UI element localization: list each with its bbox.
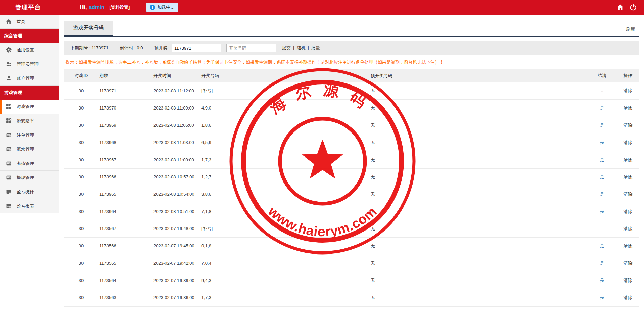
cell-action[interactable]: 清除 — [617, 117, 639, 134]
table-row: 3011739652023-02-08 10:54:003,8,6无是清除 — [64, 186, 639, 203]
users-icon — [6, 61, 12, 67]
cell-issue: 1173565 — [98, 255, 152, 272]
table-row: 3011739642023-02-08 10:51:007,1,8无是清除 — [64, 203, 639, 220]
cell-action[interactable]: 清除 — [617, 255, 639, 272]
power-icon[interactable] — [630, 4, 637, 11]
cell-action[interactable]: 清除 — [617, 186, 639, 203]
cell-settled[interactable]: 是 — [587, 272, 617, 289]
cell-settled[interactable]: 是 — [587, 168, 617, 186]
cell-action[interactable]: 清除 — [617, 220, 639, 237]
sidebar-item-3[interactable]: 管理员管理 — [0, 57, 59, 71]
sidebar-item-4[interactable]: 账户管理 — [0, 71, 59, 86]
sidebar-item-11[interactable]: 提现管理 — [0, 171, 59, 185]
cell-settled[interactable]: 是 — [587, 203, 617, 220]
cell-draw-time: 2023-02-08 10:51:00 — [152, 203, 200, 220]
cell-draw-number: 6,5,9 — [200, 134, 369, 151]
cell-settled[interactable]: 是 — [587, 237, 617, 255]
sidebar-item-9[interactable]: 流水管理 — [0, 142, 59, 156]
sidebar-item-label: 流水管理 — [17, 146, 34, 152]
table-row: 3011735652023-02-07 19:42:007,0,4无是清除 — [64, 255, 639, 272]
pre-draw-label: 预开奖: — [154, 45, 169, 51]
cell-settled: -- — [587, 82, 617, 99]
cell-pre-draw-number: 无 — [369, 99, 587, 117]
tab-game-draw-numbers[interactable]: 游戏开奖号码 — [64, 21, 113, 37]
pre-draw-input[interactable] — [172, 44, 221, 52]
cell-draw-time: 2023-02-07 19:39:00 — [152, 272, 200, 289]
gear-icon — [6, 47, 12, 53]
cell-pre-draw-number: 无 — [369, 151, 587, 168]
loading-button[interactable]: 加载中… — [146, 3, 178, 12]
sidebar-item-label: 游戏管理 — [4, 90, 22, 96]
cell-game-id: 30 — [64, 272, 98, 289]
sidebar-item-10[interactable]: 充值管理 — [0, 156, 59, 171]
cell-draw-time: 2023-02-07 19:36:00 — [152, 289, 200, 306]
cell-issue: 1173566 — [98, 237, 152, 255]
grid-icon — [6, 104, 12, 110]
refresh-link[interactable]: 刷新 — [626, 26, 639, 36]
sidebar-item-2[interactable]: 通用设置 — [0, 43, 59, 57]
table-row: 3011739682023-02-08 11:03:006,5,9无是清除 — [64, 134, 639, 151]
cell-action[interactable]: 清除 — [617, 203, 639, 220]
cell-issue: 1173563 — [98, 289, 152, 306]
column-header-2: 开奖时间 — [152, 69, 200, 82]
doc-icon — [6, 175, 12, 180]
toolbar-action-2[interactable]: 批量 — [305, 45, 320, 51]
doc-icon — [6, 203, 12, 209]
cell-draw-time: 2023-02-08 11:06:00 — [152, 117, 200, 134]
cell-draw-number: [补号] — [200, 82, 369, 99]
column-header-6: 操作 — [617, 69, 639, 82]
sidebar-item-13[interactable]: 盈亏报表 — [0, 199, 59, 213]
cell-draw-number: 0,1,8 — [200, 237, 369, 255]
cell-pre-draw-number: 无 — [369, 272, 587, 289]
cell-settled[interactable]: 是 — [587, 289, 617, 306]
sidebar-item-0[interactable]: 首页 — [0, 15, 59, 29]
cell-action[interactable]: 清除 — [617, 289, 639, 306]
sidebar-item-7[interactable]: 游戏赔率 — [0, 114, 59, 128]
table-body: 3011739712023-02-08 11:12:00[补号]无--清除301… — [64, 82, 639, 306]
cell-action[interactable]: 清除 — [617, 272, 639, 289]
app-title: 管理平台 — [15, 3, 41, 11]
greeting: Hi,admin — [80, 4, 105, 10]
cell-settled[interactable]: 是 — [587, 151, 617, 168]
sidebar-item-6[interactable]: 游戏管理 — [0, 100, 59, 114]
cell-draw-time: 2023-02-08 10:57:00 — [152, 168, 200, 186]
toolbar-action-0[interactable]: 提交 — [282, 45, 291, 51]
cell-pre-draw-number: 无 — [369, 220, 587, 237]
sidebar-item-label: 盈亏统计 — [17, 189, 34, 195]
cell-settled[interactable]: 是 — [587, 117, 617, 134]
cell-action[interactable]: 清除 — [617, 151, 639, 168]
cell-issue: 1173567 — [98, 220, 152, 237]
cell-settled[interactable]: 是 — [587, 134, 617, 151]
cell-draw-time: 2023-02-08 11:03:00 — [152, 134, 200, 151]
cell-action[interactable]: 清除 — [617, 99, 639, 117]
cell-pre-draw-number: 无 — [369, 203, 587, 220]
cell-issue: 1173971 — [98, 82, 152, 99]
cell-issue: 1173970 — [98, 99, 152, 117]
cell-settled[interactable]: 是 — [587, 255, 617, 272]
home-icon — [6, 19, 12, 24]
home-icon[interactable] — [617, 4, 624, 11]
username: admin — [89, 4, 104, 10]
sidebar-item-8[interactable]: 注单管理 — [0, 128, 59, 142]
cell-action[interactable]: 清除 — [617, 237, 639, 255]
column-header-1: 期数 — [98, 69, 152, 82]
cell-draw-time: 2023-02-08 10:54:00 — [152, 186, 200, 203]
sidebar-item-label: 管理员管理 — [17, 61, 39, 67]
cell-game-id: 30 — [64, 255, 98, 272]
tab-bar: 游戏开奖号码 刷新 — [64, 21, 639, 37]
cell-pre-draw-number: 无 — [369, 255, 587, 272]
cell-settled[interactable]: 是 — [587, 186, 617, 203]
cell-issue: 1173964 — [98, 203, 152, 220]
table-header-row: 游戏ID期数开奖时间开奖号码预开奖号码结清操作 — [64, 69, 639, 82]
cell-settled[interactable]: 是 — [587, 99, 617, 117]
cell-action[interactable]: 清除 — [617, 134, 639, 151]
sidebar-item-label: 综合管理 — [4, 33, 22, 39]
draw-number-input[interactable] — [226, 44, 276, 52]
cell-action[interactable]: 清除 — [617, 168, 639, 186]
cell-draw-number: 1,8,6 — [200, 117, 369, 134]
toolbar-action-1[interactable]: 随机 — [291, 45, 305, 51]
cell-issue: 1173965 — [98, 186, 152, 203]
cell-action[interactable]: 清除 — [617, 82, 639, 99]
profile-settings-link[interactable]: [资料设置] — [110, 4, 130, 10]
sidebar-item-12[interactable]: 盈亏统计 — [0, 185, 59, 199]
